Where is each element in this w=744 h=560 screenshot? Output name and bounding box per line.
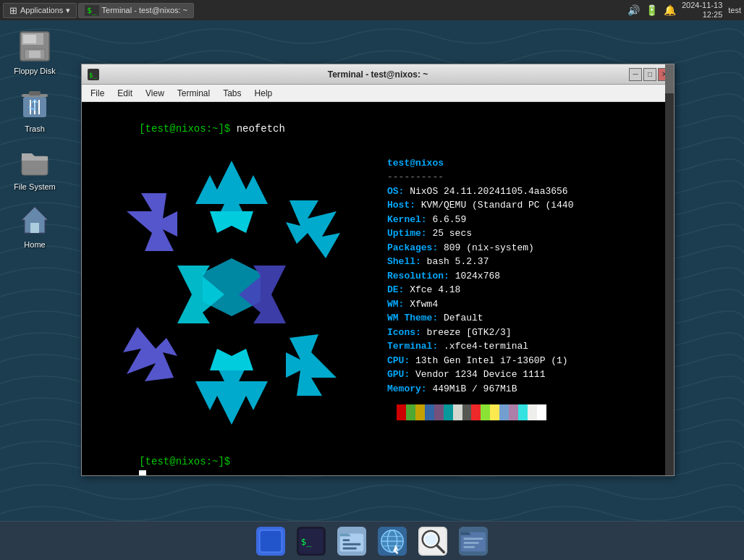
svg-rect-57	[464, 541, 479, 543]
taskbar-thunar2-button[interactable]	[455, 522, 492, 560]
svg-marker-27	[210, 349, 253, 370]
command-text: neofetch	[230, 123, 285, 135]
separator-line: ----------	[387, 170, 665, 184]
terminal-scrollbar[interactable]	[665, 64, 674, 475]
svg-marker-18	[286, 200, 340, 258]
info-cpu: CPU: 13th Gen Intel i7-1360P (1)	[387, 354, 665, 368]
palette-blue	[425, 404, 434, 420]
taskbar-thunar-button[interactable]	[333, 522, 371, 560]
info-memory: Memory: 449MiB / 967MiB	[387, 382, 665, 396]
terminal-small-icon: $_	[85, 5, 98, 16]
trash-icon-desktop[interactable]: Trash	[6, 87, 64, 133]
info-de: DE: Xfce 4.18	[387, 283, 665, 297]
svg-rect-58	[464, 546, 475, 548]
palette-red	[397, 404, 406, 420]
battery-icon[interactable]: 🔋	[646, 4, 658, 16]
taskbar-browser-button[interactable]	[373, 522, 411, 560]
palette-cyan	[444, 404, 453, 420]
floppy-disk-icon[interactable]: Floppy Disk	[6, 29, 64, 75]
prompt-green: [test@nixos:~]$	[139, 123, 230, 135]
info-wm-theme: WM Theme: Default	[387, 311, 665, 326]
terminal-scrollbar-thumb[interactable]	[665, 64, 674, 93]
svg-marker-21	[123, 327, 177, 381]
command-line: [test@nixos:~]$ neofetch	[90, 108, 665, 150]
svg-rect-56	[464, 538, 483, 540]
terminal-content[interactable]: [test@nixos:~]$ neofetch	[82, 102, 674, 475]
info-icons: Icons: breeze [GTK2/3]	[387, 326, 665, 340]
volume-icon[interactable]: 🔊	[627, 4, 640, 16]
color-palette-container	[387, 404, 665, 420]
svg-marker-17	[195, 161, 268, 219]
terminal-taskbar-button[interactable]: $_ Terminal - test@nixos: ~	[78, 3, 194, 18]
menu-help[interactable]: Help	[249, 87, 279, 100]
terminal-window-icon: $_	[88, 69, 99, 80]
color-palette	[387, 404, 546, 420]
palette-purple	[434, 404, 444, 420]
menu-terminal[interactable]: Terminal	[172, 87, 216, 100]
bell-icon[interactable]: 🔔	[664, 4, 676, 16]
taskbar-bottom: $_	[0, 521, 744, 560]
info-resolution: Resolution: 1024x768	[387, 269, 665, 284]
palette-bwhite	[537, 404, 546, 420]
info-packages: Packages: 809 (nix-system)	[387, 241, 665, 255]
home-label: Home	[24, 240, 45, 249]
floppy-svg-icon	[19, 30, 51, 62]
home-icon-desktop[interactable]: Home	[6, 203, 64, 249]
magnifier-app-icon	[418, 527, 447, 556]
palette-lyellow	[490, 404, 499, 420]
home-svg-icon	[19, 204, 51, 236]
menu-tabs[interactable]: Tabs	[217, 87, 247, 100]
user-host-line: test@nixos	[387, 156, 665, 171]
desktop-icons-container: Floppy Disk Trash	[6, 29, 64, 249]
palette-black	[387, 404, 397, 420]
thunar2-app-icon	[459, 527, 488, 556]
datetime-display: 2024-11-1312:25	[682, 1, 722, 20]
palette-lpurple	[509, 404, 518, 420]
applications-label: Applications	[20, 6, 63, 14]
menu-file[interactable]: File	[85, 87, 110, 100]
palette-lgray	[453, 404, 462, 420]
cursor-block	[139, 470, 146, 475]
svg-rect-39	[343, 547, 357, 549]
svg-text:$_: $_	[89, 72, 97, 79]
svg-rect-37	[343, 539, 350, 541]
palette-lblue	[499, 404, 509, 420]
palette-lgreen	[481, 404, 490, 420]
user-label: test	[728, 6, 741, 14]
taskbar-files-button[interactable]	[252, 522, 289, 560]
palette-lred	[471, 404, 481, 420]
palette-yellow	[415, 404, 425, 420]
applications-menu-button[interactable]: ⊞ Applications ▾	[3, 3, 77, 18]
terminal-menubar: File Edit View Terminal Tabs Help	[82, 85, 674, 102]
filesystem-svg-icon	[19, 146, 51, 178]
svg-rect-30	[261, 530, 282, 551]
menu-edit[interactable]: Edit	[111, 87, 138, 100]
taskbar-terminal-button[interactable]: $_	[292, 522, 330, 560]
svg-rect-5	[29, 51, 41, 58]
svg-marker-26	[210, 211, 253, 233]
neofetch-area: test@nixos ---------- OS: NixOS 24.11.20…	[90, 153, 665, 438]
svg-rect-14	[30, 223, 39, 233]
info-kernel: Kernel: 6.6.59	[387, 213, 665, 227]
palette-dgray	[462, 404, 472, 420]
svg-text:$_: $_	[301, 536, 312, 546]
maximize-button[interactable]: □	[643, 68, 656, 81]
taskbar-magnifier-button[interactable]	[414, 522, 452, 560]
filesystem-icon-desktop[interactable]: File System	[6, 145, 64, 191]
desktop: ⊞ Applications ▾ $_ Terminal - test@nixo…	[0, 0, 744, 560]
terminal-window: $_ Terminal - test@nixos: ~ ─ □ ✕ File E…	[81, 64, 675, 476]
svg-rect-7	[29, 91, 41, 96]
neofetch-info: test@nixos ---------- OS: NixOS 24.11.20…	[387, 153, 665, 438]
bottom-prompt: [test@nixos:~]$	[139, 456, 230, 467]
svg-rect-38	[343, 543, 361, 545]
minimize-button[interactable]: ─	[629, 68, 642, 81]
terminal-app-icon: $_	[297, 527, 326, 556]
files-app-icon	[256, 527, 285, 556]
info-shell: Shell: bash 5.2.37	[387, 255, 665, 269]
info-os: OS: NixOS 24.11.20241105.4aa3656	[387, 184, 665, 199]
taskbar-top-right: 🔊 🔋 🔔 2024-11-1312:25 test	[627, 1, 741, 20]
svg-marker-19	[286, 334, 337, 396]
svg-rect-3	[23, 35, 36, 43]
menu-view[interactable]: View	[140, 87, 170, 100]
trash-label: Trash	[25, 124, 45, 133]
